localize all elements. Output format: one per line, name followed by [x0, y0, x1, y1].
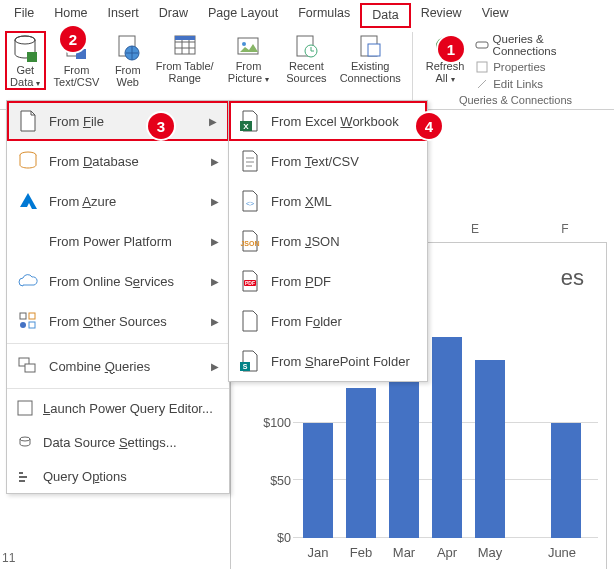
svg-rect-14 [175, 36, 195, 40]
svg-rect-29 [25, 364, 35, 372]
text-icon [239, 150, 261, 172]
recent-sources-button[interactable]: Recent Sources [280, 32, 332, 84]
tab-file[interactable]: File [4, 3, 44, 28]
svg-rect-22 [477, 62, 487, 72]
settings-icon [17, 431, 33, 453]
cloud-icon [17, 270, 39, 292]
yaxis-label: $0 [251, 531, 291, 545]
connection-icon [358, 34, 382, 58]
chevron-right-icon: ▶ [211, 276, 219, 287]
queries-group: Queries & Connections Properties Edit Li… [473, 32, 608, 92]
menu-from-online-services[interactable]: From Online Services▶ [7, 261, 229, 301]
x-label: Jan [301, 545, 335, 560]
tab-draw[interactable]: Draw [149, 3, 198, 28]
separator [412, 32, 413, 102]
menu-from-azure[interactable]: From Azure▶ [7, 181, 229, 221]
chart-title-partial: es [561, 265, 584, 291]
chevron-right-icon: ▶ [211, 236, 219, 247]
menu-query-options[interactable]: Query Options [7, 459, 229, 493]
svg-rect-2 [27, 52, 37, 62]
table-icon [173, 34, 197, 58]
svg-text:JSON: JSON [240, 240, 259, 247]
svg-rect-33 [19, 476, 27, 478]
row-number[interactable]: 11 [2, 551, 15, 565]
menu-data-source-settings[interactable]: Data Source Settings... [7, 425, 229, 459]
azure-icon [17, 190, 39, 212]
column-headers: E F [430, 222, 610, 236]
bar [303, 423, 333, 538]
menu-from-other-sources[interactable]: From Other Sources▶ [7, 301, 229, 341]
chevron-right-icon: ▶ [211, 156, 219, 167]
yaxis-label: $100 [251, 416, 291, 430]
properties-button[interactable]: Properties [473, 59, 608, 75]
menu-from-json[interactable]: JSON From JSON [229, 221, 427, 261]
tab-page-layout[interactable]: Page Layout [198, 3, 288, 28]
tab-home[interactable]: Home [44, 3, 97, 28]
callout-badge-2: 2 [60, 26, 86, 52]
menu-from-file[interactable]: From File▶ [7, 101, 229, 141]
x-gap [516, 545, 536, 560]
ribbon-data: Get Data ▾ From Text/CSV From Web From T… [0, 28, 614, 110]
svg-rect-25 [29, 313, 35, 319]
menu-from-database[interactable]: From Database▶ [7, 141, 229, 181]
menu-from-folder[interactable]: From Folder [229, 301, 427, 341]
recent-icon [294, 34, 318, 58]
queries-conn-button[interactable]: Queries & Connections [473, 32, 608, 58]
menu-launch-pq-editor[interactable]: Launch Power Query Editor... [7, 391, 229, 425]
tab-review[interactable]: Review [411, 3, 472, 28]
x-label: Mar [387, 545, 421, 560]
col-header-e[interactable]: E [430, 222, 520, 236]
folder-icon [239, 310, 261, 332]
menu-from-pdf[interactable]: PDF From PDF [229, 261, 427, 301]
from-file-submenu: X From Excel Workbook From Text/CSV <> F… [228, 100, 428, 382]
excel-icon: X [239, 110, 261, 132]
tab-data[interactable]: Data [360, 3, 410, 28]
svg-rect-34 [19, 480, 25, 482]
sharepoint-icon: S [239, 350, 261, 372]
svg-text:<>: <> [246, 200, 254, 207]
svg-text:S: S [243, 363, 248, 370]
file-icon [17, 110, 39, 132]
callout-badge-1: 1 [438, 36, 464, 62]
tab-insert[interactable]: Insert [98, 3, 149, 28]
menu-from-sharepoint[interactable]: S From SharePoint Folder [229, 341, 427, 381]
from-web-button[interactable]: From Web [108, 32, 147, 88]
svg-point-16 [242, 42, 246, 46]
get-data-menu: From File▶ From Database▶ From Azure▶ Fr… [6, 100, 230, 494]
chevron-right-icon: ▶ [211, 361, 219, 372]
existing-conn-button[interactable]: Existing Connections [338, 32, 402, 84]
globe-icon [116, 34, 140, 62]
from-table-button[interactable]: From Table/ Range [153, 32, 217, 84]
svg-rect-30 [18, 401, 32, 415]
svg-text:PDF: PDF [245, 280, 255, 286]
group-label: Queries & Connections [423, 92, 608, 106]
svg-rect-20 [368, 44, 380, 56]
power-platform-icon [17, 230, 39, 252]
col-header-f[interactable]: F [520, 222, 610, 236]
bar [551, 423, 581, 538]
svg-rect-26 [29, 322, 35, 328]
x-label: May [473, 545, 507, 560]
menu-from-excel-workbook[interactable]: X From Excel Workbook [229, 101, 427, 141]
menu-from-xml[interactable]: <> From XML [229, 181, 427, 221]
options-icon [17, 465, 33, 487]
get-data-button[interactable]: Get Data ▾ [6, 32, 45, 89]
ribbon-tabs: File Home Insert Draw Page Layout Formul… [0, 0, 614, 28]
menu-from-power-platform[interactable]: From Power Platform▶ [7, 221, 229, 261]
chevron-right-icon: ▶ [209, 116, 217, 127]
edit-links-button[interactable]: Edit Links [473, 76, 608, 92]
from-picture-button[interactable]: From Picture ▾ [223, 32, 275, 85]
edit-links-icon [475, 77, 489, 91]
tab-view[interactable]: View [472, 3, 519, 28]
bar [346, 388, 376, 538]
menu-from-text-csv[interactable]: From Text/CSV [229, 141, 427, 181]
chevron-right-icon: ▶ [211, 196, 219, 207]
menu-combine-queries[interactable]: Combine Queries▶ [7, 346, 229, 386]
svg-point-27 [20, 322, 26, 328]
tab-formulas[interactable]: Formulas [288, 3, 360, 28]
svg-rect-21 [476, 42, 488, 48]
link-icon [475, 38, 488, 52]
separator [7, 343, 229, 344]
database-icon [13, 34, 37, 62]
chevron-right-icon: ▶ [211, 316, 219, 327]
